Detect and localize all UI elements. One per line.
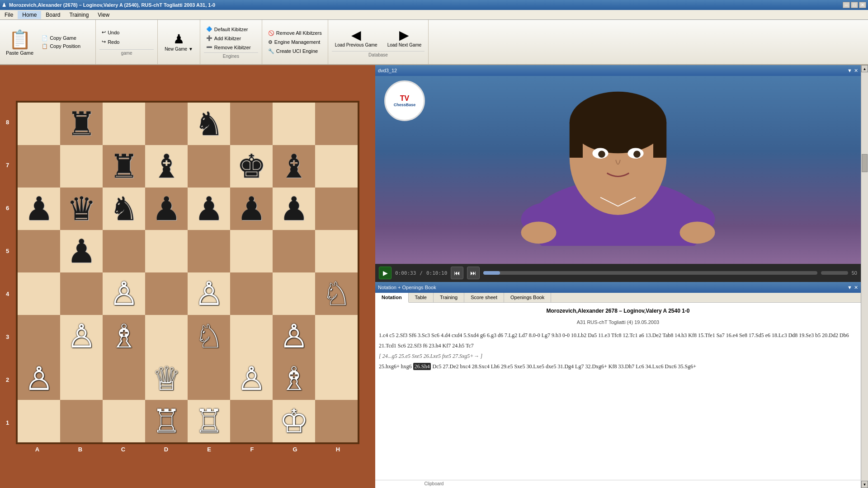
square-f3[interactable] — [230, 315, 273, 357]
redo-button[interactable]: ↪ Redo — [99, 38, 154, 46]
menu-file[interactable]: File — [0, 11, 18, 19]
square-b6[interactable]: ♛ — [60, 188, 103, 230]
maximize-button[interactable]: □ — [851, 2, 858, 8]
square-d2[interactable]: ♕ — [145, 357, 188, 400]
paste-game-button[interactable]: 📋 Paste Game — [2, 22, 38, 62]
square-e2[interactable] — [188, 357, 230, 400]
video-progress-slider[interactable] — [483, 271, 817, 275]
default-kibitzer-button[interactable]: 🔷 Default Kibitzer — [204, 25, 258, 33]
square-a1[interactable] — [18, 400, 60, 442]
square-a5[interactable] — [18, 230, 60, 272]
square-d8[interactable] — [145, 103, 188, 145]
chess-board[interactable]: ♜ ♞ ♜ ♝ — [16, 101, 359, 444]
load-previous-button[interactable]: ◀ Load Previous Game — [332, 27, 381, 49]
square-e4[interactable]: ♙ — [188, 272, 230, 315]
square-b2[interactable] — [60, 357, 103, 400]
square-c8[interactable] — [103, 103, 145, 145]
square-a3[interactable] — [18, 315, 60, 357]
tab-training[interactable]: Training — [434, 293, 464, 302]
square-d7[interactable]: ♝ — [145, 145, 188, 188]
square-e1[interactable]: ♖ — [188, 400, 230, 442]
menu-view[interactable]: View — [93, 11, 114, 19]
square-f4[interactable] — [230, 272, 273, 315]
engine-management-button[interactable]: ⚙ Engine Management — [266, 38, 324, 46]
square-d6[interactable]: ♟ — [145, 188, 188, 230]
square-h6[interactable] — [315, 188, 358, 230]
notation-title-controls[interactable]: ▼ ✕ — [847, 285, 858, 291]
menu-home[interactable]: Home — [18, 11, 41, 19]
title-bar-controls[interactable]: ─ □ ✕ — [843, 2, 866, 8]
add-kibitzer-button[interactable]: ➕ Add Kibitzer — [204, 34, 258, 42]
square-c2[interactable] — [103, 357, 145, 400]
square-a2[interactable]: ♙ — [18, 357, 60, 400]
tab-notation[interactable]: Notation — [375, 293, 409, 303]
square-h7[interactable] — [315, 145, 358, 188]
square-e6[interactable]: ♟ — [188, 188, 230, 230]
square-h8[interactable] — [315, 103, 358, 145]
square-b8[interactable]: ♜ — [60, 103, 103, 145]
square-f7[interactable]: ♚ — [230, 145, 273, 188]
square-a4[interactable] — [18, 272, 60, 315]
square-e5[interactable] — [188, 230, 230, 272]
square-d1[interactable]: ♖ — [145, 400, 188, 442]
square-h5[interactable] — [315, 230, 358, 272]
square-c1[interactable] — [103, 400, 145, 442]
square-b4[interactable] — [60, 272, 103, 315]
square-g1[interactable]: ♔ — [273, 400, 315, 442]
scrollbar-thumb[interactable] — [862, 154, 868, 172]
notation-close-icon[interactable]: ✕ — [854, 285, 858, 291]
tab-openings-book[interactable]: Openings Book — [504, 293, 551, 302]
square-f1[interactable] — [230, 400, 273, 442]
video-close-icon[interactable]: ✕ — [854, 68, 858, 74]
undo-button[interactable]: ↩ Undo — [99, 28, 154, 36]
square-f5[interactable] — [230, 230, 273, 272]
square-c4[interactable]: ♙ — [103, 272, 145, 315]
square-h1[interactable] — [315, 400, 358, 442]
scroll-up-button[interactable]: ▲ — [861, 65, 868, 72]
square-g4[interactable] — [273, 272, 315, 315]
square-g7[interactable]: ♝ — [273, 145, 315, 188]
square-g5[interactable] — [273, 230, 315, 272]
square-c5[interactable] — [103, 230, 145, 272]
notation-dropdown-icon[interactable]: ▼ — [847, 285, 852, 291]
menu-training[interactable]: Training — [65, 11, 93, 19]
square-h3[interactable] — [315, 315, 358, 357]
copy-position-button[interactable]: 📋 Copy Position — [39, 42, 94, 50]
square-h4[interactable]: ♘ — [315, 272, 358, 315]
square-f6[interactable]: ♟ — [230, 188, 273, 230]
square-d5[interactable] — [145, 230, 188, 272]
fast-forward-button[interactable]: ⏭ — [467, 267, 480, 279]
square-f8[interactable] — [230, 103, 273, 145]
square-b7[interactable] — [60, 145, 103, 188]
square-d4[interactable] — [145, 272, 188, 315]
close-button[interactable]: ✕ — [859, 2, 866, 8]
square-g8[interactable] — [273, 103, 315, 145]
square-c6[interactable]: ♞ — [103, 188, 145, 230]
volume-slider[interactable] — [821, 271, 848, 275]
square-c7[interactable]: ♜ — [103, 145, 145, 188]
load-next-button[interactable]: ▶ Load Next Game — [384, 27, 425, 49]
square-b3[interactable]: ♙ — [60, 315, 103, 357]
square-a8[interactable] — [18, 103, 60, 145]
tab-table[interactable]: Table — [409, 293, 434, 302]
square-a6[interactable]: ♟ — [18, 188, 60, 230]
square-f2[interactable]: ♙ — [230, 357, 273, 400]
copy-game-button[interactable]: 📄 Copy Game — [39, 34, 94, 42]
square-d3[interactable] — [145, 315, 188, 357]
square-b1[interactable] — [60, 400, 103, 442]
square-c3[interactable]: ♗ — [103, 315, 145, 357]
tab-score-sheet[interactable]: Score sheet — [464, 293, 504, 302]
menu-board[interactable]: Board — [41, 11, 65, 19]
rewind-button[interactable]: ⏮ — [451, 267, 463, 279]
square-h2[interactable] — [315, 357, 358, 400]
square-e7[interactable] — [188, 145, 230, 188]
create-uci-button[interactable]: 🔧 Create UCI Engine — [266, 47, 324, 55]
scrollbar-track[interactable] — [861, 72, 868, 481]
remove-kibitzer-button[interactable]: ➖ Remove Kibitzer — [204, 43, 258, 51]
square-g6[interactable]: ♟ — [273, 188, 315, 230]
right-scrollbar[interactable]: ▲ ▼ — [861, 65, 868, 488]
remove-all-kibitzers-button[interactable]: 🚫 Remove All Kibitzers — [266, 29, 324, 37]
square-e3[interactable]: ♘ — [188, 315, 230, 357]
video-dropdown-icon[interactable]: ▼ — [847, 68, 852, 74]
new-game-button[interactable]: ♟ New Game ▼ — [161, 31, 196, 53]
